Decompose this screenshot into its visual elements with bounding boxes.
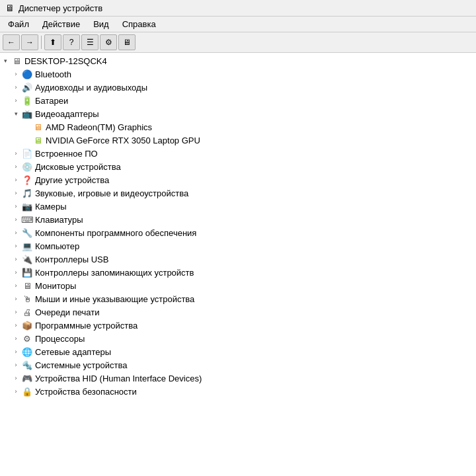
tree-item-9[interactable]: › ❓ Другие устройства <box>0 173 476 186</box>
tree-item-12[interactable]: › ⌨ Клавиатуры <box>0 213 476 226</box>
expander-25[interactable]: › <box>11 386 21 397</box>
expander-5[interactable] <box>21 122 32 132</box>
icon-network: 🌐 <box>21 346 33 357</box>
tree-item-25[interactable]: › 🔒 Устройства безопасности <box>0 385 476 398</box>
expander-9[interactable]: › <box>11 175 21 185</box>
menu-item-файл[interactable]: Файл <box>3 18 34 30</box>
icon-monitor: 🖥 <box>21 280 33 291</box>
tree-item-20[interactable]: › 📦 Программные устройства <box>0 319 476 332</box>
label-19: Очереди печати <box>35 307 100 317</box>
tree-item-14[interactable]: › 💻 Компьютер <box>0 239 476 253</box>
monitor-button[interactable]: 🖥 <box>118 34 136 50</box>
icon-mouse: 🖱 <box>21 294 33 304</box>
expander-7[interactable]: › <box>11 148 21 159</box>
label-1: Bluetooth <box>35 69 71 79</box>
expander-3[interactable]: › <box>11 95 21 106</box>
expander-14[interactable]: › <box>11 241 21 251</box>
label-9: Другие устройства <box>35 175 109 185</box>
expander-18[interactable]: › <box>11 294 21 304</box>
tree-item-1[interactable]: › 🔵 Bluetooth <box>0 67 476 81</box>
expander-17[interactable]: › <box>11 280 21 291</box>
device-tree[interactable]: ▾ 🖥 DESKTOP-12SQCK4 › 🔵 Bluetooth › 🔊 Ау… <box>0 53 476 476</box>
expander-11[interactable]: › <box>11 201 21 212</box>
label-6: NVIDIA GeForce RTX 3050 Laptop GPU <box>46 136 200 145</box>
tree-item-6[interactable]: 🖥 NVIDIA GeForce RTX 3050 Laptop GPU <box>0 134 476 147</box>
tree-item-4[interactable]: ▾ 📺 Видеоадаптеры <box>0 107 476 120</box>
root-label: DESKTOP-12SQCK4 <box>24 56 107 66</box>
expander-23[interactable]: › <box>11 360 21 370</box>
tree-item-23[interactable]: › 🔩 Системные устройства <box>0 358 476 372</box>
computer-icon: 🖥 <box>11 56 22 66</box>
expander-8[interactable]: › <box>11 161 21 172</box>
label-18: Мыши и иные указывающие устройства <box>35 294 194 304</box>
toolbar: ←→⬆?☰⚙🖥 <box>0 32 476 53</box>
icon-component: 🔧 <box>21 227 33 238</box>
tree-item-15[interactable]: › 🔌 Контроллеры USB <box>0 253 476 266</box>
tree-item-18[interactable]: › 🖱 Мыши и иные указывающие устройства <box>0 292 476 305</box>
menu-bar: ФайлДействиеВидСправка <box>0 17 476 32</box>
label-15: Контроллеры USB <box>35 255 108 264</box>
expander-19[interactable]: › <box>11 307 21 317</box>
expander-15[interactable]: › <box>11 254 21 264</box>
icon-firmware: 📄 <box>21 148 33 159</box>
label-24: Устройства HID (Human Interface Devices) <box>35 374 202 383</box>
icon-amd: 🖥 <box>32 122 44 132</box>
label-7: Встроенное ПО <box>35 149 98 159</box>
tree-item-19[interactable]: › 🖨 Очереди печати <box>0 305 476 319</box>
toolbar-separator <box>41 36 42 49</box>
tree-item-2[interactable]: › 🔊 Аудиовходы и аудиовыходы <box>0 81 476 94</box>
expander-6[interactable] <box>21 135 32 145</box>
tree-item-22[interactable]: › 🌐 Сетевые адаптеры <box>0 345 476 358</box>
expander-16[interactable]: › <box>11 267 21 278</box>
tree-item-17[interactable]: › 🖥 Мониторы <box>0 279 476 292</box>
icon-security: 🔒 <box>21 386 33 397</box>
tree-item-16[interactable]: › 💾 Контроллеры запоминающих устройств <box>0 266 476 279</box>
menu-item-вид[interactable]: Вид <box>88 18 114 30</box>
menu-item-действие[interactable]: Действие <box>37 18 85 30</box>
tree-item-7[interactable]: › 📄 Встроенное ПО <box>0 147 476 160</box>
label-13: Компоненты программного обеспечения <box>35 228 196 238</box>
expander-2[interactable]: › <box>11 82 21 93</box>
icon-nvidia: 🖥 <box>32 135 44 145</box>
icon-storage: 💾 <box>21 267 33 278</box>
tree-item-11[interactable]: › 📷 Камеры <box>0 200 476 213</box>
forward-button[interactable]: → <box>21 34 38 50</box>
expander-24[interactable]: › <box>11 373 21 383</box>
tree-item-5[interactable]: 🖥 AMD Radeon(TM) Graphics <box>0 120 476 134</box>
expander-20[interactable]: › <box>11 320 21 331</box>
icon-software: 📦 <box>21 320 33 331</box>
settings-button[interactable]: ⚙ <box>100 34 117 50</box>
expander-4[interactable]: ▾ <box>11 108 21 119</box>
tree-item-21[interactable]: › ⚙ Процессоры <box>0 332 476 345</box>
label-25: Устройства безопасности <box>35 387 137 397</box>
label-10: Звуковые, игровые и видеоустройства <box>35 188 188 198</box>
tree-item-10[interactable]: › 🎵 Звуковые, игровые и видеоустройства <box>0 186 476 200</box>
expander-1[interactable]: › <box>11 69 21 79</box>
tree-root[interactable]: ▾ 🖥 DESKTOP-12SQCK4 <box>0 54 476 67</box>
expander-21[interactable]: › <box>11 333 21 344</box>
properties-button[interactable]: ☰ <box>81 34 99 50</box>
expander-12[interactable]: › <box>11 214 21 225</box>
icon-bluetooth: 🔵 <box>21 69 33 79</box>
label-8: Дисковые устройства <box>35 162 121 172</box>
label-20: Программные устройства <box>35 321 138 331</box>
expander-10[interactable]: › <box>11 188 21 198</box>
menu-item-справка[interactable]: Справка <box>117 18 161 30</box>
tree-item-3[interactable]: › 🔋 Батареи <box>0 94 476 107</box>
tree-item-8[interactable]: › 💿 Дисковые устройства <box>0 160 476 173</box>
icon-usb: 🔌 <box>21 254 33 264</box>
icon-audio: 🔊 <box>21 82 33 93</box>
expander-13[interactable]: › <box>11 227 21 238</box>
help-button[interactable]: ? <box>63 34 80 50</box>
tree-item-24[interactable]: › 🎮 Устройства HID (Human Interface Devi… <box>0 372 476 385</box>
expander-22[interactable]: › <box>11 346 21 357</box>
label-3: Батареи <box>35 96 68 106</box>
label-12: Клавиатуры <box>35 215 83 225</box>
title-bar-icon: 🖥 <box>5 3 15 13</box>
icon-printer: 🖨 <box>21 307 33 317</box>
icon-hid: 🎮 <box>21 373 33 383</box>
back-button[interactable]: ← <box>3 34 20 50</box>
tree-item-13[interactable]: › 🔧 Компоненты программного обеспечения <box>0 226 476 239</box>
icon-other: ❓ <box>21 175 33 185</box>
up-button[interactable]: ⬆ <box>44 34 61 50</box>
